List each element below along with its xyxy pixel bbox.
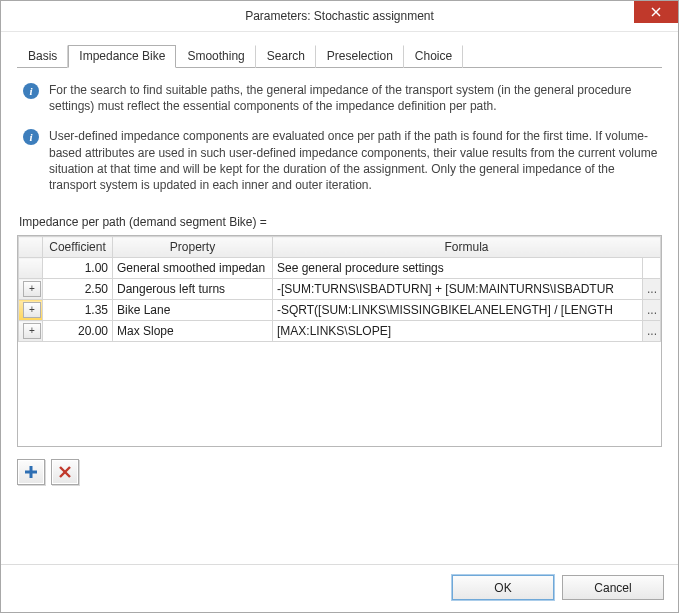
cancel-button[interactable]: Cancel bbox=[562, 575, 664, 600]
cell-formula[interactable]: -SQRT([SUM:LINKS\MISSINGBIKELANELENGTH] … bbox=[273, 300, 643, 321]
info-block-2: i User-defined impedance components are … bbox=[23, 128, 660, 193]
cell-property[interactable]: General smoothed impedan bbox=[113, 258, 273, 279]
expand-row-button[interactable]: + bbox=[23, 302, 41, 318]
delete-row-button[interactable] bbox=[51, 459, 79, 485]
cell-property[interactable]: Bike Lane bbox=[113, 300, 273, 321]
cell-property[interactable]: Dangerous left turns bbox=[113, 279, 273, 300]
expand-row-button[interactable]: + bbox=[23, 323, 41, 339]
col-property[interactable]: Property bbox=[113, 237, 273, 258]
plus-icon bbox=[24, 465, 38, 479]
cell-coefficient[interactable]: 1.35 bbox=[43, 300, 113, 321]
formula-browse-button[interactable]: ... bbox=[642, 279, 660, 300]
info-block-1: i For the search to find suitable paths,… bbox=[23, 82, 660, 114]
row-header[interactable] bbox=[19, 258, 43, 279]
close-icon bbox=[651, 7, 661, 17]
impedance-grid[interactable]: Coefficient Property Formula 1.00General… bbox=[17, 235, 662, 447]
row-header[interactable]: + bbox=[19, 300, 43, 321]
title-bar: Parameters: Stochastic assignment bbox=[1, 1, 678, 32]
formula-browse-button[interactable]: ... bbox=[642, 321, 660, 342]
cell-coefficient[interactable]: 20.00 bbox=[43, 321, 113, 342]
cell-formula[interactable]: See general procedure settings bbox=[273, 258, 643, 279]
tab-preselection[interactable]: Preselection bbox=[316, 45, 404, 68]
table-row[interactable]: +1.35Bike Lane-SQRT([SUM:LINKS\MISSINGBI… bbox=[19, 300, 661, 321]
delete-icon bbox=[58, 465, 72, 479]
tab-basis[interactable]: Basis bbox=[17, 45, 68, 68]
ok-button[interactable]: OK bbox=[452, 575, 554, 600]
close-button[interactable] bbox=[634, 1, 678, 23]
table-row[interactable]: 1.00General smoothed impedanSee general … bbox=[19, 258, 661, 279]
section-label: Impedance per path (demand segment Bike)… bbox=[19, 215, 660, 229]
svg-rect-3 bbox=[25, 471, 37, 474]
table-row[interactable]: +2.50Dangerous left turns-[SUM:TURNS\ISB… bbox=[19, 279, 661, 300]
formula-browse-button[interactable]: ... bbox=[642, 300, 660, 321]
col-formula[interactable]: Formula bbox=[273, 237, 661, 258]
window-title: Parameters: Stochastic assignment bbox=[245, 9, 434, 23]
info-icon: i bbox=[23, 129, 39, 145]
expand-row-button[interactable]: + bbox=[23, 281, 41, 297]
tab-smoothing[interactable]: Smoothing bbox=[176, 45, 255, 68]
cell-formula[interactable]: [MAX:LINKS\SLOPE] bbox=[273, 321, 643, 342]
col-coefficient[interactable]: Coefficient bbox=[43, 237, 113, 258]
cell-property[interactable]: Max Slope bbox=[113, 321, 273, 342]
grid-toolbar bbox=[17, 459, 662, 485]
formula-browse-button bbox=[642, 258, 660, 279]
grid-corner bbox=[19, 237, 43, 258]
tab-search[interactable]: Search bbox=[256, 45, 316, 68]
row-header[interactable]: + bbox=[19, 321, 43, 342]
cell-coefficient[interactable]: 1.00 bbox=[43, 258, 113, 279]
cell-formula[interactable]: -[SUM:TURNS\ISBADTURN] + [SUM:MAINTURNS\… bbox=[273, 279, 643, 300]
info-icon: i bbox=[23, 83, 39, 99]
grid-header-row: Coefficient Property Formula bbox=[19, 237, 661, 258]
dialog-footer: OK Cancel bbox=[1, 564, 678, 612]
dialog-window: Parameters: Stochastic assignment BasisI… bbox=[0, 0, 679, 613]
content-area: BasisImpedance BikeSmoothingSearchPresel… bbox=[1, 32, 678, 564]
tab-choice[interactable]: Choice bbox=[404, 45, 463, 68]
tab-strip: BasisImpedance BikeSmoothingSearchPresel… bbox=[17, 44, 662, 68]
row-header[interactable]: + bbox=[19, 279, 43, 300]
cell-coefficient[interactable]: 2.50 bbox=[43, 279, 113, 300]
info-text-1: For the search to find suitable paths, t… bbox=[49, 82, 660, 114]
info-text-2: User-defined impedance components are ev… bbox=[49, 128, 660, 193]
add-row-button[interactable] bbox=[17, 459, 45, 485]
table-row[interactable]: +20.00Max Slope[MAX:LINKS\SLOPE]... bbox=[19, 321, 661, 342]
tab-impedance-bike[interactable]: Impedance Bike bbox=[68, 45, 176, 68]
